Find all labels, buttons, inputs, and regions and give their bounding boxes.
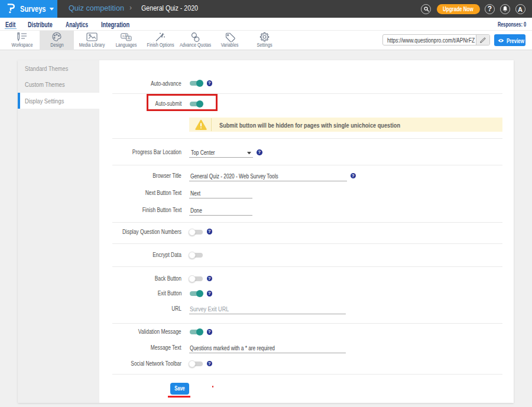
svg-text:A: A	[128, 36, 131, 40]
